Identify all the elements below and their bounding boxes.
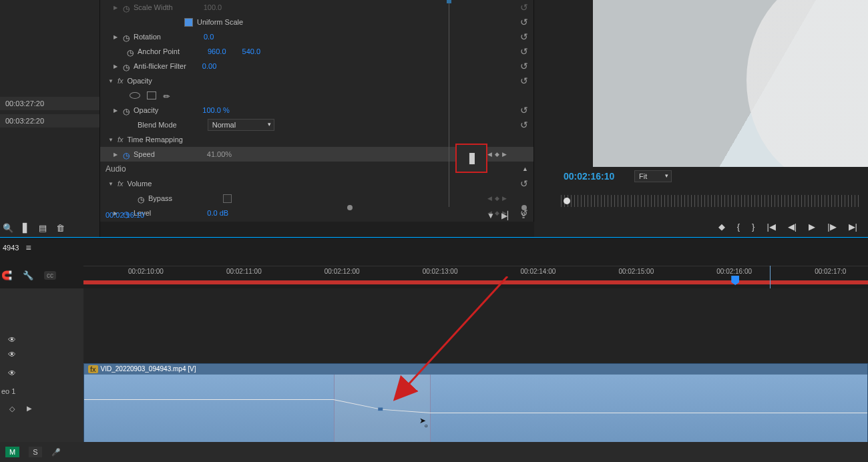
timeline-ruler[interactable]: 00:02:10:0000:02:11:0000:02:12:0000:02:1…	[83, 266, 868, 284]
value-scale-width[interactable]: 100.0	[204, 3, 222, 11]
value-speed[interactable]: 41.00%	[207, 150, 232, 158]
share-icon[interactable]: ⇪	[520, 211, 527, 220]
clip-duration-b[interactable]: 00:03:22:20	[0, 114, 99, 128]
checkbox-uniform-scale[interactable]	[184, 18, 193, 27]
ruler-tick: 00:02:12:00	[324, 268, 360, 275]
select-zoom-fit[interactable]: Fit	[634, 170, 672, 182]
new-item-icon[interactable]: ▤	[39, 223, 47, 233]
captions-icon[interactable]: cc	[44, 271, 56, 280]
value-rotation[interactable]: 0.0	[204, 33, 214, 41]
effect-playhead[interactable]	[449, 0, 449, 207]
twirl-icon[interactable]: ▼	[108, 78, 114, 84]
ripple-edit-icon: ▐▌	[466, 153, 477, 164]
panel-menu-icon[interactable]: ≡	[25, 242, 31, 253]
reset-icon[interactable]: ↺	[520, 2, 528, 13]
toggle-track-output-icon[interactable]: 👁	[8, 350, 17, 359]
toggle-track-output-icon[interactable]: 👁	[8, 335, 17, 344]
reset-icon[interactable]: ↺	[520, 46, 528, 57]
reset-icon[interactable]: ↺	[520, 120, 528, 130]
select-blend-mode[interactable]: Normal	[208, 119, 274, 131]
annotation-box: ▐▌	[455, 144, 487, 173]
speed-ramp-graph[interactable]	[84, 387, 867, 423]
prev-keyframe-icon[interactable]: ◀	[487, 151, 492, 158]
step-fwd-icon[interactable]: |▶	[827, 222, 836, 232]
snap-icon[interactable]: 🧲	[1, 270, 12, 280]
wrench-icon[interactable]: 🔧	[23, 270, 33, 280]
add-keyframe-icon[interactable]: ◆	[495, 195, 499, 202]
fx-icon[interactable]: fx	[118, 77, 124, 85]
value-anchor-y[interactable]: 540.0	[242, 47, 261, 55]
program-timecode[interactable]: 00:02:16:10	[564, 171, 614, 182]
clip-duration-a[interactable]: 00:03:27:20	[0, 97, 99, 110]
effect-timecode[interactable]: 00:02:16:10	[103, 208, 147, 222]
stopwatch-icon[interactable]: ◷	[123, 107, 130, 113]
toggle-track-output-icon[interactable]: 👁	[8, 369, 17, 378]
reset-icon[interactable]: ↺	[520, 61, 528, 71]
cursor-icon: ➤o	[419, 416, 429, 425]
rect-mask-icon[interactable]	[147, 91, 156, 99]
go-in-icon[interactable]: |◀	[767, 222, 775, 232]
reset-icon[interactable]: ↺	[520, 178, 528, 189]
play-only-icon[interactable]: ▶▏	[501, 211, 513, 220]
expand-track-icon[interactable]: ▶	[27, 405, 32, 412]
trash-icon[interactable]: 🗑	[56, 223, 65, 233]
twirl-icon[interactable]: ▶	[114, 5, 119, 11]
twirl-icon[interactable]: ▼	[108, 137, 114, 143]
twirl-icon[interactable]: ▶	[114, 34, 119, 40]
twirl-icon[interactable]: ▶	[114, 107, 119, 113]
fx-icon[interactable]: fx	[118, 180, 124, 188]
mark-in-icon[interactable]: ◆	[718, 222, 725, 232]
value-level[interactable]: 0.0 dB	[207, 209, 228, 217]
stopwatch-icon[interactable]: ◷	[123, 151, 130, 158]
stopwatch-icon[interactable]: ◷	[123, 4, 130, 11]
twirl-icon[interactable]: ▶	[114, 152, 119, 158]
reset-icon[interactable]: ↺	[520, 17, 528, 27]
ruler-tick: 00:02:11:00	[226, 268, 262, 275]
reset-icon[interactable]: ↺	[520, 31, 528, 42]
effect-timeline-zoom[interactable]	[347, 206, 527, 210]
group-opacity: Opacity	[128, 77, 152, 85]
reset-icon[interactable]: ↺	[520, 105, 528, 116]
filter-icon[interactable]: ▼	[487, 211, 495, 220]
program-preview[interactable]	[593, 0, 868, 167]
stopwatch-icon[interactable]: ◷	[123, 33, 130, 40]
fx-icon[interactable]: fx	[118, 136, 124, 144]
value-anti-flicker[interactable]: 0.00	[202, 62, 216, 70]
next-keyframe-icon[interactable]: ▶	[502, 151, 507, 158]
play-icon[interactable]: ▶	[809, 222, 815, 232]
sequence-tab[interactable]: 4943 ≡	[0, 240, 868, 255]
label-speed: Speed	[134, 150, 155, 158]
value-anchor-x[interactable]: 960.0	[208, 47, 226, 55]
ellipse-mask-icon[interactable]	[130, 92, 140, 99]
prev-keyframe-icon[interactable]: ◀	[487, 195, 492, 202]
keyframe-diamond-icon[interactable]: ◇	[9, 405, 15, 413]
voice-over-icon[interactable]: 🎤	[51, 448, 61, 457]
panel-divider[interactable]	[0, 237, 868, 238]
bracket-out-icon[interactable]: }	[752, 222, 754, 232]
next-keyframe-icon[interactable]: ▶	[502, 195, 507, 202]
bracket-in-icon[interactable]: {	[737, 222, 740, 232]
step-back-icon[interactable]: ◀|	[788, 222, 797, 232]
work-area-bar[interactable]	[83, 280, 868, 284]
program-ruler[interactable]	[561, 195, 861, 207]
twirl-icon[interactable]: ▶	[114, 63, 119, 69]
mute-button[interactable]: M	[5, 447, 19, 457]
clip-area[interactable]: fxVID_20220903_094943.mp4 [V] ➤o	[83, 288, 868, 462]
add-keyframe-icon[interactable]: ◆	[495, 151, 499, 158]
pen-mask-icon[interactable]: ✎	[162, 90, 173, 101]
new-bin-icon[interactable]: ▋	[23, 223, 29, 233]
go-out-icon[interactable]: ▶|	[849, 222, 857, 232]
effect-controls-panel: ▶ ◷ Scale Width 100.0 ↺ Uniform Scale ↺ …	[100, 0, 534, 222]
stopwatch-icon[interactable]: ◷	[127, 48, 134, 55]
audio-track-controls: M S 🎤	[0, 442, 868, 462]
twirl-icon[interactable]: ▼	[108, 181, 114, 187]
solo-button[interactable]: S	[29, 447, 41, 457]
search-icon[interactable]: 🔍	[3, 223, 13, 233]
video-clip[interactable]: fxVID_20220903_094943.mp4 [V] ➤o	[83, 363, 868, 450]
checkbox-bypass[interactable]	[223, 194, 232, 203]
reset-icon[interactable]: ↺	[520, 75, 528, 86]
stopwatch-icon[interactable]: ◷	[138, 195, 144, 202]
stopwatch-icon[interactable]: ◷	[123, 63, 130, 69]
value-opacity[interactable]: 100.0 %	[202, 106, 229, 114]
collapse-icon[interactable]: ▲	[522, 166, 528, 172]
